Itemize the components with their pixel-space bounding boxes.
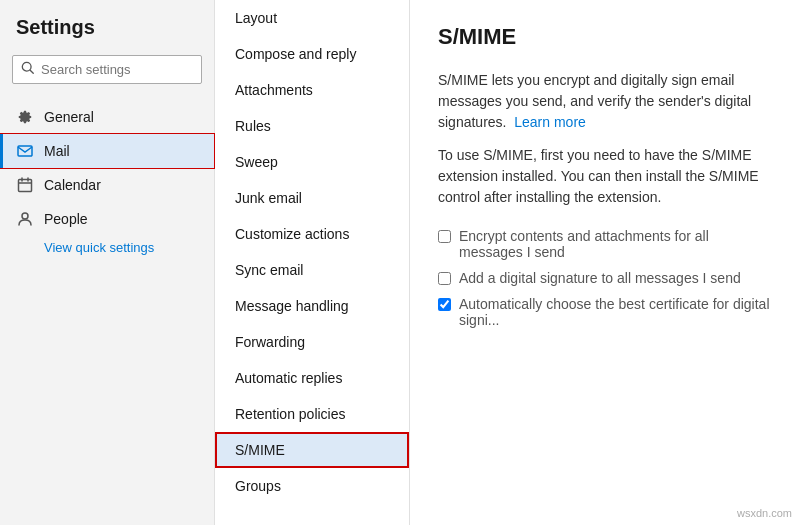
menu-item-autoreply[interactable]: Automatic replies (215, 360, 409, 396)
menu-item-rules[interactable]: Rules (215, 108, 409, 144)
quick-settings-link[interactable]: View quick settings (0, 236, 214, 259)
menu-item-groups[interactable]: Groups (215, 468, 409, 504)
main-description-2: To use S/MIME, first you need to have th… (438, 145, 772, 208)
learn-more-link[interactable]: Learn more (514, 114, 586, 130)
sidebar-item-general[interactable]: General (0, 100, 214, 134)
sidebar-item-people[interactable]: People (0, 202, 214, 236)
checkbox-row-signature: Add a digital signature to all messages … (438, 270, 772, 286)
gear-icon (16, 108, 34, 126)
sidebar-item-calendar[interactable]: Calendar (0, 168, 214, 202)
middle-column: Layout Compose and reply Attachments Rul… (215, 0, 410, 525)
page-title: S/MIME (438, 24, 772, 50)
search-input[interactable] (41, 62, 193, 77)
menu-item-smime[interactable]: S/MIME (215, 432, 409, 468)
sidebar-item-mail-label: Mail (44, 143, 70, 159)
person-icon (16, 210, 34, 228)
svg-line-1 (30, 70, 33, 73)
calendar-icon (16, 176, 34, 194)
svg-rect-3 (19, 180, 32, 192)
mail-icon (16, 142, 34, 160)
menu-item-retention[interactable]: Retention policies (215, 396, 409, 432)
sidebar-title: Settings (0, 16, 214, 55)
sidebar-item-general-label: General (44, 109, 94, 125)
sidebar-item-people-label: People (44, 211, 88, 227)
watermark: wsxdn.com (737, 507, 792, 519)
menu-item-attachments[interactable]: Attachments (215, 72, 409, 108)
svg-rect-2 (18, 146, 32, 156)
checkbox-row-certificate: Automatically choose the best certificat… (438, 296, 772, 328)
menu-item-sweep[interactable]: Sweep (215, 144, 409, 180)
main-content: S/MIME S/MIME lets you encrypt and digit… (410, 0, 800, 525)
encrypt-label: Encrypt contents and attachments for all… (459, 228, 772, 260)
sidebar-item-mail[interactable]: Mail (0, 134, 214, 168)
signature-label: Add a digital signature to all messages … (459, 270, 741, 286)
menu-item-forwarding[interactable]: Forwarding (215, 324, 409, 360)
certificate-label: Automatically choose the best certificat… (459, 296, 772, 328)
certificate-checkbox[interactable] (438, 298, 451, 311)
sidebar: Settings General Mail (0, 0, 215, 525)
svg-point-7 (22, 213, 28, 219)
menu-item-junk[interactable]: Junk email (215, 180, 409, 216)
encrypt-checkbox[interactable] (438, 230, 451, 243)
desc1-text: S/MIME lets you encrypt and digitally si… (438, 72, 751, 130)
main-description-1: S/MIME lets you encrypt and digitally si… (438, 70, 772, 133)
search-icon (21, 61, 35, 78)
menu-item-sync[interactable]: Sync email (215, 252, 409, 288)
checkbox-row-encrypt: Encrypt contents and attachments for all… (438, 228, 772, 260)
menu-item-message[interactable]: Message handling (215, 288, 409, 324)
menu-item-layout[interactable]: Layout (215, 0, 409, 36)
search-box[interactable] (12, 55, 202, 84)
signature-checkbox[interactable] (438, 272, 451, 285)
menu-item-customize[interactable]: Customize actions (215, 216, 409, 252)
sidebar-item-calendar-label: Calendar (44, 177, 101, 193)
menu-item-compose[interactable]: Compose and reply (215, 36, 409, 72)
